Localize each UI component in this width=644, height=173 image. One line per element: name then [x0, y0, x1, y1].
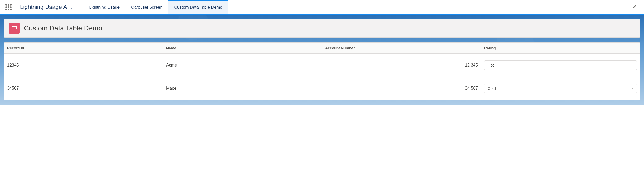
global-nav: Lightning Usage A… Lightning Usage Carou… [0, 0, 644, 15]
nav-tabs: Lightning Usage Carousel Screen Custom D… [83, 0, 630, 14]
picklist-value: Cold [488, 86, 496, 91]
triangle-down-icon [631, 63, 633, 67]
table-row: 12345 Acme 12,345 Hot [4, 54, 640, 77]
table-body: 12345 Acme 12,345 Hot 34567 Mace 34,567 [4, 54, 640, 100]
cell-record-id: 34567 [4, 86, 163, 91]
column-header-account-number[interactable]: Account Number [322, 43, 481, 53]
column-header-name[interactable]: Name [163, 43, 322, 53]
chevron-down-icon [474, 46, 478, 50]
chevron-down-icon [156, 46, 160, 50]
pencil-icon[interactable] [630, 2, 639, 12]
cell-account-number: 34,567 [322, 86, 481, 91]
cell-name: Mace [163, 86, 322, 91]
app-name: Lightning Usage A… [20, 4, 73, 11]
table-header-row: Record Id Name Account Number Rating [4, 43, 640, 54]
column-label: Rating [484, 46, 496, 50]
triangle-down-icon [631, 86, 633, 91]
data-table: Record Id Name Account Number Rating [4, 42, 640, 100]
cell-name: Acme [163, 63, 322, 68]
column-label: Name [166, 46, 176, 50]
column-header-rating[interactable]: Rating [481, 43, 640, 53]
display-icon [9, 23, 20, 34]
tab-lightning-usage[interactable]: Lightning Usage [83, 0, 126, 14]
tab-custom-data-table-demo[interactable]: Custom Data Table Demo [168, 0, 228, 14]
tab-label: Custom Data Table Demo [174, 5, 222, 10]
cell-rating: Cold [481, 84, 640, 93]
cell-rating: Hot [481, 60, 640, 70]
rating-picklist[interactable]: Cold [484, 84, 637, 93]
cell-account-number: 12,345 [322, 63, 481, 68]
table-row: 34567 Mace 34,567 Cold [4, 77, 640, 100]
page-header: Custom Data Table Demo [4, 19, 640, 38]
column-header-record-id[interactable]: Record Id [4, 43, 163, 53]
tab-label: Lightning Usage [89, 5, 120, 10]
tab-carousel-screen[interactable]: Carousel Screen [125, 0, 168, 14]
rating-picklist[interactable]: Hot [484, 60, 637, 70]
cell-record-id: 12345 [4, 63, 163, 68]
app-launcher-icon[interactable] [3, 2, 14, 12]
page-title: Custom Data Table Demo [24, 24, 102, 32]
column-label: Record Id [7, 46, 24, 50]
column-label: Account Number [325, 46, 355, 50]
tab-label: Carousel Screen [131, 5, 162, 10]
chevron-down-icon [315, 46, 319, 50]
picklist-value: Hot [488, 63, 494, 67]
